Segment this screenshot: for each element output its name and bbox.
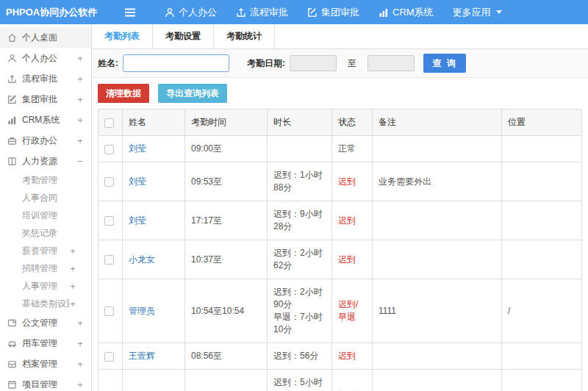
expand-indicator[interactable]: + xyxy=(69,281,76,292)
col-header-remark: 备注 xyxy=(373,110,502,136)
expand-indicator[interactable]: + xyxy=(69,245,76,257)
sidebar-item-label: 集团审批 xyxy=(22,93,71,106)
duration-cell: 迟到：2小时90分 早退：7小时10分 xyxy=(268,279,332,343)
topnav-personal-office[interactable]: 个人办公 xyxy=(155,6,226,19)
sidebar-subitem-basic-category-settings[interactable]: 基础类别设置 + xyxy=(0,295,91,312)
duration-line: 迟到：1小时88分 xyxy=(273,169,326,194)
row-checkbox[interactable] xyxy=(104,352,114,362)
employee-name-link[interactable]: 小龙女 xyxy=(129,254,155,265)
query-button[interactable]: 查 询 xyxy=(423,54,466,73)
filter-bar: 姓名: 考勤日期: 至 查 询 xyxy=(92,49,588,78)
sidebar-subitem-attendance-management[interactable]: 考勤管理 xyxy=(0,171,91,189)
attendance-time: 09:00至 xyxy=(185,136,268,162)
name-label: 姓名: xyxy=(98,57,118,70)
expand-indicator[interactable]: + xyxy=(69,263,76,274)
tab-attendance-settings[interactable]: 考勤设置 xyxy=(153,24,214,49)
home-icon xyxy=(7,33,17,43)
select-all-checkbox[interactable] xyxy=(104,118,114,128)
sidebar-subitem-reward-punishment[interactable]: 奖惩记录 xyxy=(0,224,91,242)
expand-indicator[interactable]: + xyxy=(76,359,84,370)
sidebar-item-workflow-approval[interactable]: 流程审批 + xyxy=(0,68,91,89)
bar-chart-icon xyxy=(379,7,389,18)
sidebar: 个人桌面 个人办公 + 流程审批 + 集团审批 + CRM系统 + 行政办公 + xyxy=(0,24,92,391)
expand-indicator[interactable]: + xyxy=(76,73,84,85)
expand-indicator[interactable]: + xyxy=(76,379,84,390)
car-icon xyxy=(7,339,17,348)
date-end-input[interactable] xyxy=(368,55,415,71)
attendance-time: 10:54至10:54 xyxy=(185,279,268,343)
expand-indicator[interactable]: + xyxy=(76,115,84,126)
topnav-workflow-approval[interactable]: 流程审批 xyxy=(226,6,298,19)
employee-name-link[interactable]: 刘莹 xyxy=(129,176,146,187)
tab-attendance-list[interactable]: 考勤列表 xyxy=(92,24,153,49)
employee-name-link[interactable]: 刘莹 xyxy=(129,143,146,154)
col-header-time: 考勤时间 xyxy=(185,110,268,136)
expand-indicator[interactable]: + xyxy=(76,53,84,64)
bar-chart-icon xyxy=(7,115,17,125)
expand-indicator[interactable]: + xyxy=(76,94,84,105)
sidebar-item-document-management[interactable]: 公文管理 + xyxy=(0,312,91,333)
row-checkbox[interactable] xyxy=(104,255,114,265)
employee-name-link[interactable]: 刘莹 xyxy=(129,215,146,226)
location-text xyxy=(502,201,582,240)
date-to-label: 至 xyxy=(348,57,356,70)
sidebar-item-personal-office[interactable]: 个人办公 + xyxy=(0,48,91,68)
sidebar-subitem-training-management[interactable]: 培训管理 xyxy=(0,207,91,224)
export-list-button[interactable]: 导出查询列表 xyxy=(158,84,227,103)
topnav-more-apps[interactable]: 更多应用 xyxy=(443,6,512,19)
topnav-group-approval[interactable]: 集团审批 xyxy=(298,6,369,19)
sidebar-item-personal-desktop[interactable]: 个人桌面 xyxy=(0,27,91,48)
sidebar-subitem-salary-management[interactable]: 薪资管理 + xyxy=(0,242,91,259)
user-icon xyxy=(165,7,175,18)
expand-indicator[interactable]: + xyxy=(76,318,84,329)
sidebar-item-label: 公文管理 xyxy=(22,317,71,329)
sidebar-item-admin-office[interactable]: 行政办公 + xyxy=(0,130,91,151)
date-start-input[interactable] xyxy=(290,55,337,71)
collapse-indicator[interactable]: − xyxy=(76,156,84,167)
sidebar-item-project-management[interactable]: 项目管理 + xyxy=(0,374,91,391)
location-text: / xyxy=(502,370,582,391)
sidebar-item-label: CRM系统 xyxy=(22,114,71,126)
row-checkbox[interactable] xyxy=(104,145,114,154)
expand-indicator[interactable]: + xyxy=(76,135,84,146)
location-text xyxy=(502,136,582,162)
table-row: 刘莹 17:17至 迟到：9小时28分 迟到 xyxy=(98,201,582,240)
sidebar-item-archive-management[interactable]: 档案管理 + xyxy=(0,354,91,374)
employee-name-link[interactable]: 王壹辉 xyxy=(129,351,155,361)
expand-indicator[interactable]: + xyxy=(76,338,84,349)
caret-down-icon xyxy=(496,10,502,14)
sidebar-subitem-personnel-management[interactable]: 人事管理 + xyxy=(0,277,91,295)
sidebar-item-human-resources[interactable]: 人力资源 − xyxy=(0,151,91,171)
action-buttons: 清理数据 导出查询列表 xyxy=(92,78,588,107)
sidebar-item-group-approval[interactable]: 集团审批 + xyxy=(0,89,91,110)
topnav-label: 集团审批 xyxy=(321,6,359,19)
attendance-table: 姓名 考勤时间 时长 状态 备注 位置 刘莹 09:00至 正常 xyxy=(98,109,582,391)
sidebar-subitem-recruitment-management[interactable]: 招聘管理 + xyxy=(0,259,91,277)
expand-indicator[interactable]: + xyxy=(69,298,76,309)
status-text: 迟到 xyxy=(332,240,373,279)
top-navigation: 个人办公 流程审批 集团审批 CRM系统 更多应用 xyxy=(155,6,512,19)
row-checkbox[interactable] xyxy=(104,216,114,226)
clean-data-button[interactable]: 清理数据 xyxy=(98,84,149,103)
sidebar-item-crm-system[interactable]: CRM系统 + xyxy=(0,110,91,130)
sidebar-item-vehicle-management[interactable]: 用车管理 + xyxy=(0,333,91,354)
book-icon xyxy=(7,157,17,166)
remark-text xyxy=(373,370,502,391)
row-checkbox[interactable] xyxy=(104,177,114,187)
employee-name-link[interactable]: 管理员 xyxy=(129,306,155,316)
name-input[interactable] xyxy=(123,54,229,72)
remark-text xyxy=(373,240,502,279)
sidebar-subitem-hr-contract[interactable]: 人事合同 xyxy=(0,189,91,207)
tab-attendance-statistics[interactable]: 考勤统计 xyxy=(214,24,275,49)
row-checkbox[interactable] xyxy=(104,306,114,316)
topnav-crm-system[interactable]: CRM系统 xyxy=(369,6,443,19)
topbar: PHPOA协同办公软件 个人办公 流程审批 集团审批 CRM系统 xyxy=(0,0,588,24)
location-text: / xyxy=(502,279,582,343)
remark-text xyxy=(373,343,502,370)
sidebar-subitem-label: 人事合同 xyxy=(22,192,69,204)
main-content: 考勤列表 考勤设置 考勤统计 姓名: 考勤日期: 至 查 询 清理数据 导出查询… xyxy=(92,24,588,391)
topnav-label: 个人办公 xyxy=(179,6,217,19)
menu-toggle-icon[interactable] xyxy=(124,7,136,18)
table-row: 小龙女 10:37至 迟到：2小时62分 迟到 xyxy=(98,240,582,279)
sidebar-item-label: 行政办公 xyxy=(22,134,71,147)
